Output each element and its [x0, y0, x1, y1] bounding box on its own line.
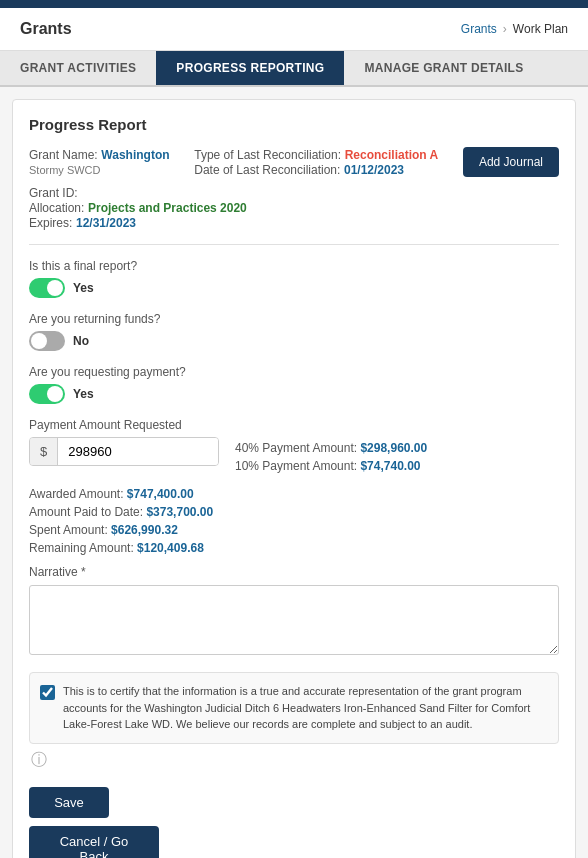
returning-funds-toggle[interactable]	[29, 331, 65, 351]
payment-amount-input[interactable]	[58, 438, 218, 465]
requesting-payment-group: Are you requesting payment? Yes	[29, 365, 559, 404]
spent-row: Spent Amount: $626,990.32	[29, 523, 559, 537]
toggle-knob-final	[47, 280, 63, 296]
recon-date-value: 01/12/2023	[344, 163, 404, 177]
spent-label: Spent Amount:	[29, 523, 108, 537]
toggle-slider-final	[29, 278, 65, 298]
recon-group: Type of Last Reconciliation: Reconciliat…	[194, 147, 438, 177]
tab-progress-reporting[interactable]: Progress Reporting	[156, 51, 344, 85]
expires-value: 12/31/2023	[76, 216, 136, 230]
narrative-textarea[interactable]	[29, 585, 559, 655]
final-report-label: Is this a final report?	[29, 259, 559, 273]
grant-name-value: Washington	[101, 148, 169, 162]
requesting-payment-toggle[interactable]	[29, 384, 65, 404]
narrative-group: Narrative *	[29, 565, 559, 658]
help-icon[interactable]: ⓘ	[31, 751, 47, 768]
toggle-slider-returning	[29, 331, 65, 351]
payment-40-row: 40% Payment Amount: $298,960.00	[235, 441, 427, 455]
certify-section: This is to certify that the information …	[29, 672, 559, 744]
returning-funds-label: Are you returning funds?	[29, 312, 559, 326]
grant-name-group: Grant Name: Washington Stormy SWCD	[29, 147, 170, 177]
awarded-label: Awarded Amount:	[29, 487, 124, 501]
grant-info-row: Grant Name: Washington Stormy SWCD Type …	[29, 147, 559, 177]
add-journal-button[interactable]: Add Journal	[463, 147, 559, 177]
cancel-button[interactable]: Cancel / Go Back	[29, 826, 159, 859]
narrative-label: Narrative *	[29, 565, 559, 579]
returning-funds-toggle-row: No	[29, 331, 559, 351]
allocation-value: Projects and Practices 2020	[88, 201, 247, 215]
page-header: Grants Grants › Work Plan	[0, 8, 588, 51]
paid-label: Amount Paid to Date:	[29, 505, 143, 519]
payment-40-value: $298,960.00	[360, 441, 427, 455]
swcd-name: Stormy SWCD	[29, 164, 101, 176]
awarded-row: Awarded Amount: $747,400.00	[29, 487, 559, 501]
payment-40-label: 40% Payment Amount:	[235, 441, 357, 455]
payment-amount-group: Payment Amount Requested $ 40% Payment A…	[29, 418, 559, 473]
recon-value: Reconciliation A	[345, 148, 439, 162]
grant-name-label: Grant Name:	[29, 148, 98, 162]
grant-id-section: Grant ID: Allocation: Projects and Pract…	[29, 185, 559, 230]
page-title: Grants	[20, 20, 72, 38]
remaining-label: Remaining Amount:	[29, 541, 134, 555]
action-buttons: Save Cancel / Go Back	[29, 787, 559, 859]
top-bar	[0, 0, 588, 8]
payment-prefix: $	[30, 438, 58, 465]
payment-input-group: $	[29, 437, 219, 466]
save-button[interactable]: Save	[29, 787, 109, 818]
requesting-payment-toggle-label: Yes	[73, 387, 94, 401]
tab-grant-activities[interactable]: Grant Activities	[0, 51, 156, 85]
payment-10-label: 10% Payment Amount:	[235, 459, 357, 473]
paid-row: Amount Paid to Date: $373,700.00	[29, 505, 559, 519]
tab-bar: Grant Activities Progress Reporting Mana…	[0, 51, 588, 87]
awarded-value: $747,400.00	[127, 487, 194, 501]
spent-value: $626,990.32	[111, 523, 178, 537]
divider-1	[29, 244, 559, 245]
payment-row: $ 40% Payment Amount: $298,960.00 10% Pa…	[29, 437, 559, 473]
recon-date-label: Date of Last Reconciliation:	[194, 163, 340, 177]
requesting-payment-toggle-row: Yes	[29, 384, 559, 404]
allocation-label: Allocation:	[29, 201, 84, 215]
final-report-toggle[interactable]	[29, 278, 65, 298]
remaining-value: $120,409.68	[137, 541, 204, 555]
toggle-slider-payment	[29, 384, 65, 404]
form-section: Is this a final report? Yes Are you retu…	[29, 259, 559, 858]
toggle-knob-returning	[31, 333, 47, 349]
breadcrumb-grants-link[interactable]: Grants	[461, 22, 497, 36]
payment-10-value: $74,740.00	[360, 459, 420, 473]
recon-label: Type of Last Reconciliation:	[194, 148, 341, 162]
final-report-toggle-label: Yes	[73, 281, 94, 295]
breadcrumb: Grants › Work Plan	[461, 22, 568, 36]
requesting-payment-label: Are you requesting payment?	[29, 365, 559, 379]
add-journal-group: Add Journal	[463, 147, 559, 177]
certify-checkbox[interactable]	[40, 685, 55, 700]
payment-10-row: 10% Payment Amount: $74,740.00	[235, 459, 427, 473]
payment-amount-label: Payment Amount Requested	[29, 418, 559, 432]
breadcrumb-separator: ›	[503, 22, 507, 36]
final-report-group: Is this a final report? Yes	[29, 259, 559, 298]
tab-manage-grant-details[interactable]: Manage Grant Details	[344, 51, 543, 85]
expires-label: Expires:	[29, 216, 72, 230]
returning-funds-group: Are you returning funds? No	[29, 312, 559, 351]
breadcrumb-current: Work Plan	[513, 22, 568, 36]
final-report-toggle-row: Yes	[29, 278, 559, 298]
toggle-knob-payment	[47, 386, 63, 402]
main-content: Progress Report Grant Name: Washington S…	[12, 99, 576, 858]
returning-funds-toggle-label: No	[73, 334, 89, 348]
grant-id-label: Grant ID:	[29, 186, 78, 200]
remaining-row: Remaining Amount: $120,409.68	[29, 541, 559, 555]
section-title: Progress Report	[29, 116, 559, 133]
paid-value: $373,700.00	[146, 505, 213, 519]
payment-amounts: 40% Payment Amount: $298,960.00 10% Paym…	[235, 437, 427, 473]
certify-text: This is to certify that the information …	[63, 683, 548, 733]
